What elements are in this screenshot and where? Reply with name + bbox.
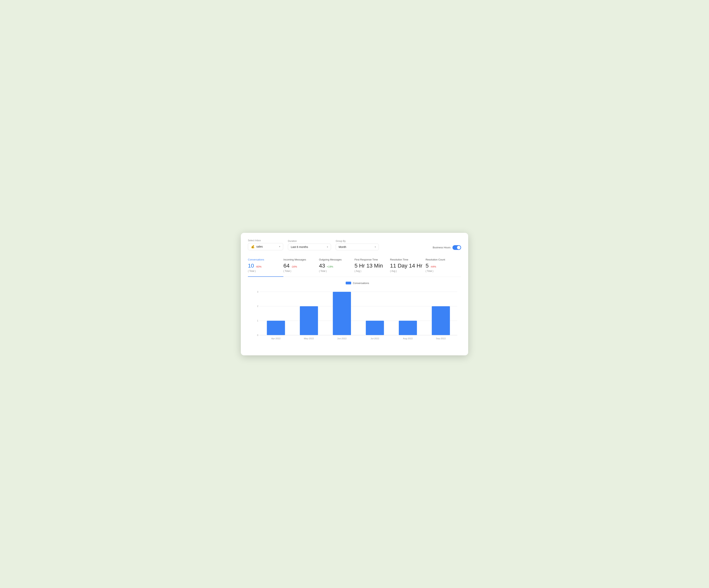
svg-rect-14 [366,321,384,335]
inbox-icon: 💰 [251,245,255,249]
svg-text:1: 1 [257,319,258,322]
legend-label: Conversations [353,282,369,285]
stat-label-resolution_time: Resolution Time [390,258,425,261]
duration-label: Duration [288,240,331,242]
inbox-value: sales [256,245,278,248]
stat-main-value-outgoing: 43 [319,263,325,269]
stat-change-conversations: -60% [256,265,261,268]
stat-main-value-resolution_count: 5 [426,263,429,269]
svg-rect-12 [333,292,351,335]
duration-chevron-icon: ▾ [327,246,328,248]
business-hours-group: Business Hours [433,245,461,250]
stat-label-incoming: Incoming Messages [283,258,319,261]
stat-item-incoming[interactable]: Incoming Messages64-16%( Total ) [283,256,319,277]
chart-legend: Conversations [254,282,461,285]
stat-label-outgoing: Outgoing Messages [319,258,354,261]
svg-text:Jul-2022: Jul-2022 [371,337,379,340]
svg-text:2: 2 [257,305,258,307]
inbox-label: Select Inbox [248,239,283,242]
stat-sub-resolution_time: ( Avg ) [390,270,425,273]
bar-chart: 0123Apr-2022May-2022Jun-2022Jul-2022Aug-… [254,287,461,344]
stat-item-resolution_count[interactable]: Resolution Count5-44%( Total ) [426,256,461,277]
filter-row: Select Inbox 💰 sales ▾ Duration Last 6 m… [248,239,461,250]
svg-text:0: 0 [257,334,258,336]
inbox-filter-group: Select Inbox 💰 sales ▾ [248,239,283,250]
svg-rect-10 [300,306,318,335]
stat-item-outgoing[interactable]: Outgoing Messages43+19%( Total ) [319,256,354,277]
groupby-value: Month [339,246,373,249]
groupby-label: Group By [336,240,379,242]
svg-text:Sep-2022: Sep-2022 [436,337,446,340]
stat-label-first_response: First Response Time [354,258,390,261]
svg-rect-16 [399,321,417,335]
stat-item-resolution_time[interactable]: Resolution Time11 Day 14 Hr( Avg ) [390,256,425,277]
stat-change-incoming: -16% [291,265,297,268]
stat-sub-conversations: ( Total ) [248,270,283,273]
groupby-select[interactable]: Month ▾ [336,244,379,250]
svg-rect-8 [267,321,285,335]
chart-container: Conversations 0123Apr-2022May-2022Jun-20… [248,282,461,348]
stat-main-value-first_response: 5 Hr 13 Min [354,263,383,269]
svg-text:Jun-2022: Jun-2022 [337,337,347,340]
stat-main-value-incoming: 64 [283,263,289,269]
legend-swatch [346,282,351,284]
stat-main-value-conversations: 10 [248,263,254,269]
stat-label-resolution_count: Resolution Count [426,258,461,261]
business-hours-toggle[interactable] [452,245,461,250]
stat-sub-resolution_count: ( Total ) [426,270,461,273]
stat-sub-first_response: ( Avg ) [354,270,390,273]
inbox-select[interactable]: 💰 sales ▾ [248,243,283,250]
main-card: Select Inbox 💰 sales ▾ Duration Last 6 m… [241,233,468,355]
stat-sub-incoming: ( Total ) [283,270,319,273]
stat-item-first_response[interactable]: First Response Time5 Hr 13 Min( Avg ) [354,256,390,277]
stat-sub-outgoing: ( Total ) [319,270,354,273]
svg-rect-18 [432,306,450,335]
duration-filter-group: Duration Last 6 months ▾ [288,240,331,250]
stat-change-outgoing: +19% [327,265,333,268]
stat-main-value-resolution_time: 11 Day 14 Hr [390,263,422,269]
stats-row: Conversations10-60%( Total )Incoming Mes… [248,256,461,277]
inbox-chevron-icon: ▾ [279,245,280,248]
stat-item-conversations[interactable]: Conversations10-60%( Total ) [248,256,283,277]
duration-value: Last 6 months [291,246,325,249]
svg-text:Aug-2022: Aug-2022 [403,337,413,340]
svg-text:3: 3 [257,290,258,293]
svg-text:Apr-2022: Apr-2022 [271,337,281,340]
stat-change-resolution_count: -44% [430,265,436,268]
business-hours-label: Business Hours [433,246,450,249]
svg-text:May-2022: May-2022 [304,337,314,340]
chart-svg-wrap: 0123Apr-2022May-2022Jun-2022Jul-2022Aug-… [254,287,461,344]
stat-label-conversations: Conversations [248,258,283,261]
groupby-filter-group: Group By Month ▾ [336,240,379,250]
groupby-chevron-icon: ▾ [375,246,376,248]
duration-select[interactable]: Last 6 months ▾ [288,244,331,250]
